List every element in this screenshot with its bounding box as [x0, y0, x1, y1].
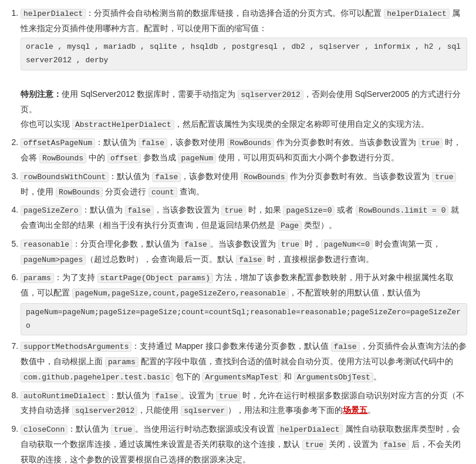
inline-code: params	[105, 357, 139, 367]
inline-code: true	[302, 440, 326, 450]
inline-code: ArgumentsObjTest	[294, 372, 373, 382]
term-code: params	[21, 273, 54, 283]
list-item: reasonable：分页合理化参数，默认值为 false。当该参数设置为 tr…	[21, 237, 467, 267]
inline-code: true	[278, 240, 302, 250]
inline-code: RowBounds	[241, 172, 288, 182]
main-content: helperDialect：分页插件会自动检测当前的数据库链接，自动选择合适的分…	[9, 6, 467, 464]
inline-code: false	[152, 391, 181, 401]
list-item: rowBoundsWithCount：默认值为 false，该参数对使用 Row…	[21, 169, 467, 200]
list-item: autoRuntimeDialect：默认值为 false。设置为 true 时…	[21, 388, 467, 419]
inline-code: true	[216, 391, 240, 401]
inline-code: pageSize=0	[283, 206, 335, 216]
inline-code: pageNum<=0	[321, 240, 373, 250]
inline-code: false	[236, 255, 265, 265]
inline-code: true	[418, 138, 443, 148]
list-item: params：为了支持 startPage(Object params) 方法，…	[21, 270, 467, 335]
inline-code: false	[331, 342, 360, 352]
inline-code: false	[139, 138, 167, 148]
inline-code: pageNum	[178, 153, 216, 163]
inline-code: helperDialect	[384, 9, 449, 19]
inline-code: RowBounds	[227, 138, 274, 148]
paragraph: 你也可以实现 AbstractHelperDialect，然后配置该属性为实现类…	[21, 119, 429, 129]
inline-code: Page	[278, 221, 302, 231]
code-block: pageNum=pageNum;pageSize=pageSize;count=…	[21, 303, 467, 336]
inline-code: helperDialect	[277, 425, 342, 435]
inline-code: sqlserver	[181, 406, 228, 416]
term-code: pageSizeZero	[21, 206, 82, 216]
inline-code: true	[221, 206, 245, 216]
list-item: helperDialect：分页插件会自动检测当前的数据库链接，自动选择合适的分…	[21, 6, 467, 132]
inline-code: true	[432, 172, 456, 182]
inline-code: false	[380, 440, 409, 450]
inline-code: RowBounds	[56, 187, 103, 197]
inline-code: startPage(Object params)	[97, 273, 213, 283]
inline-code: sqlserver2012	[238, 90, 303, 100]
term-code: rowBoundsWithCount	[21, 172, 109, 182]
highlight-text: 场景五	[343, 405, 367, 415]
inline-code: offset	[107, 153, 141, 163]
bold-text: 特别注意：	[21, 89, 62, 99]
inline-code: false	[125, 206, 154, 216]
inline-code: RowBounds	[39, 153, 86, 163]
inline-code: false	[152, 172, 181, 182]
list-item: pageSizeZero：默认值为 false，当该参数设置为 true 时，如…	[21, 203, 467, 233]
paragraph: 特别注意：使用 SqlServer2012 数据库时，需要手动指定为 sqlse…	[21, 89, 461, 114]
inline-code: RowBounds.limit = 0	[356, 206, 448, 216]
inline-code: pageNum,pageSize,count,pageSizeZero,reas…	[72, 288, 289, 298]
inline-code: com.github.pagehelper.test.basic	[21, 372, 173, 382]
term-code: autoRuntimeDialect	[21, 391, 109, 401]
term-code: reasonable	[21, 240, 72, 250]
term-code: supportMethodsArguments	[21, 342, 131, 352]
code-block: oracle , mysql , mariadb , sqlite , hsql…	[21, 38, 467, 70]
term-code: closeConn	[21, 425, 67, 435]
inline-code: ArgumentsMapTest	[202, 372, 281, 382]
list-item: offsetAsPageNum：默认值为 false，该参数对使用 RowBou…	[21, 135, 467, 166]
list-item: supportMethodsArguments：支持通过 Mapper 接口参数…	[21, 339, 467, 384]
term-code: offsetAsPageNum	[21, 138, 95, 148]
inline-code: AbstractHelperDialect	[72, 120, 174, 130]
item-list: helperDialect：分页插件会自动检测当前的数据库链接，自动选择合适的分…	[9, 6, 467, 464]
inline-code: count	[148, 187, 177, 197]
term-code: helperDialect	[21, 9, 86, 19]
inline-code: sqlserver2012	[72, 406, 137, 416]
list-item: closeConn：默认值为 true。当使用运行时动态数据源或没有设置 hel…	[21, 422, 467, 464]
inline-code: pageNum>pages	[21, 255, 86, 265]
inline-code: true	[111, 425, 135, 435]
inline-code: false	[181, 240, 210, 250]
